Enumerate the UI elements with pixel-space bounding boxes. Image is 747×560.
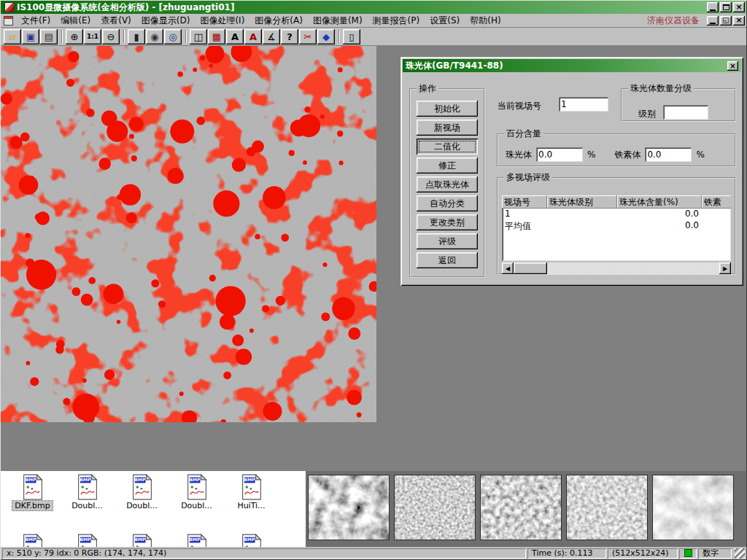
file-name[interactable]: Doubl... xyxy=(124,501,160,510)
bmp-tag: BMP xyxy=(244,537,255,542)
pearlite-percent-input[interactable] xyxy=(536,147,583,162)
scroll-right-icon[interactable]: ▶ xyxy=(719,262,731,274)
zoom-out-button[interactable]: ⊖ xyxy=(102,29,120,44)
file-item[interactable]: BMP xyxy=(169,534,224,547)
window-title: IS100显微摄像系统(金相分析版) - [zhuguangti01] xyxy=(17,1,705,14)
document-icon xyxy=(4,16,13,26)
file-item[interactable]: BMP xyxy=(5,534,60,547)
level-label: 级别 xyxy=(638,108,656,120)
thumbnail[interactable] xyxy=(480,475,562,540)
thumbnail[interactable] xyxy=(652,475,734,540)
grade-group: 珠光体数量分级 级别 xyxy=(621,82,736,122)
file-name[interactable]: Doubl... xyxy=(69,501,105,510)
cut-button[interactable]: ✂ xyxy=(299,29,317,44)
menu-image-analysis[interactable]: 图像分析(A) xyxy=(249,13,308,28)
cell-grade xyxy=(547,220,617,232)
correct-button[interactable]: 修正 xyxy=(417,158,478,174)
open-button[interactable]: ▱ xyxy=(4,29,21,44)
file-item[interactable]: BMP HuiTi... xyxy=(224,474,279,510)
file-item[interactable]: BMP xyxy=(224,534,279,547)
init-button[interactable]: 初始化 xyxy=(417,101,478,117)
level-input[interactable] xyxy=(663,105,708,120)
file-item[interactable]: BMP Doubl... xyxy=(115,474,169,510)
table-row[interactable]: 1 0.0 xyxy=(502,209,731,220)
dialog-title-bar[interactable]: 珠光体(GB/T9441-88) × xyxy=(403,59,741,72)
menu-view[interactable]: 查看(V) xyxy=(96,13,136,28)
change-class-button[interactable]: 更改类别 xyxy=(417,214,478,230)
scrollbar-track[interactable] xyxy=(547,262,719,274)
new-field-button[interactable]: 新视场 xyxy=(417,120,478,136)
metallographic-image[interactable] xyxy=(1,46,376,422)
maximize-button[interactable] xyxy=(720,2,732,12)
cell-field-no: 平均值 xyxy=(502,220,547,232)
file-item[interactable]: BMP Doubl... xyxy=(60,474,115,510)
menu-image-process[interactable]: 图像处理(I) xyxy=(195,13,249,28)
cell-grade xyxy=(547,209,617,220)
ferrite-label: 铁素体 xyxy=(614,149,640,161)
resize-grip[interactable] xyxy=(735,548,745,559)
return-button[interactable]: 返回 xyxy=(417,252,478,268)
thumbnail[interactable] xyxy=(566,475,648,540)
actual-size-button[interactable]: 1:1 xyxy=(84,29,101,44)
file-item[interactable]: BMP xyxy=(115,534,169,547)
menu-help[interactable]: 帮助(H) xyxy=(465,13,506,28)
grade-group-label: 珠光体数量分级 xyxy=(628,82,694,95)
multifield-group: 多视场评级 视场号 珠光体级别 珠光体含量(%) 铁素 1 0.0 xyxy=(497,171,736,275)
menu-image-measure[interactable]: 图像测量(M) xyxy=(308,13,368,28)
file-name[interactable]: Doubl... xyxy=(179,501,214,510)
multifield-group-label: 多视场评级 xyxy=(504,171,552,184)
scroll-left-icon[interactable]: ◀ xyxy=(502,262,514,274)
mdi-minimize-button[interactable] xyxy=(707,16,719,26)
table-row[interactable]: 平均值 0.0 xyxy=(502,220,731,232)
save-button[interactable]: ▣ xyxy=(22,29,39,44)
text-annotate-button[interactable]: A xyxy=(226,29,244,44)
thumbnail[interactable] xyxy=(308,475,390,540)
auto-classify-button[interactable]: 自动分类 xyxy=(417,195,478,211)
ferrite-percent-input[interactable] xyxy=(645,147,692,162)
video-button[interactable]: ▮ xyxy=(128,29,145,44)
table-horizontal-scrollbar[interactable]: ◀ ▶ xyxy=(502,262,731,274)
file-name[interactable]: HuiTi... xyxy=(235,501,267,510)
menu-edit[interactable]: 编辑(E) xyxy=(55,13,96,28)
file-item[interactable]: BMP xyxy=(60,534,115,547)
file-name[interactable]: DKF.bmp xyxy=(12,501,52,510)
angle-measure-button[interactable]: ∡ xyxy=(263,29,280,44)
caliper-button[interactable]: ◫ xyxy=(190,29,207,44)
minimize-icon xyxy=(710,9,716,11)
zoom-in-button[interactable]: ⊕ xyxy=(66,29,83,44)
binarize-button[interactable]: 二值化 xyxy=(417,139,478,155)
mdi-restore-button[interactable]: ◱ xyxy=(720,16,732,26)
grade-button[interactable]: 评级 xyxy=(417,233,478,249)
text-style-button[interactable]: A xyxy=(244,29,262,44)
capture-button[interactable]: ◎ xyxy=(164,29,182,44)
menu-image-display[interactable]: 图像显示(D) xyxy=(136,13,196,28)
caliper-icon: ◫ xyxy=(194,32,203,42)
pick-pearlite-button[interactable]: 点取珠光体 xyxy=(417,176,478,192)
help-button[interactable]: ? xyxy=(281,29,298,44)
grid-measure-button[interactable]: ▦ xyxy=(208,29,225,44)
multifield-table[interactable]: 视场号 珠光体级别 珠光体含量(%) 铁素 1 0.0 平均值 xyxy=(502,195,731,261)
minimize-button[interactable] xyxy=(707,2,719,12)
thumbnail[interactable] xyxy=(394,475,476,540)
time-status: Time (s): 0.113 xyxy=(527,548,606,559)
video-icon: ▮ xyxy=(133,32,139,42)
file-item[interactable]: BMP DKF.bmp xyxy=(5,474,60,510)
cell-content: 0.0 xyxy=(617,209,702,220)
menu-settings[interactable]: 设置(S) xyxy=(425,13,465,28)
menu-bar: 文件(F) 编辑(E) 查看(V) 图像显示(D) 图像处理(I) 图像分析(A… xyxy=(1,14,746,28)
menu-file[interactable]: 文件(F) xyxy=(16,13,55,28)
ruler-button[interactable]: ▯ xyxy=(343,29,360,44)
ferrite-unit: % xyxy=(696,149,704,160)
file-item[interactable]: BMP Doubl... xyxy=(169,474,224,510)
bmp-tag: BMP xyxy=(190,537,201,542)
scrollbar-thumb[interactable] xyxy=(514,262,547,274)
title-bar[interactable]: IS100显微摄像系统(金相分析版) - [zhuguangti01] × xyxy=(1,1,746,14)
print-button[interactable]: ▤ xyxy=(40,29,58,44)
camera-button[interactable]: ◉ xyxy=(146,29,163,44)
marker-button[interactable]: ◆ xyxy=(317,29,335,44)
dialog-close-button[interactable]: × xyxy=(727,61,738,71)
mdi-close-button[interactable]: × xyxy=(733,16,745,26)
menu-report[interactable]: 测量报告(P) xyxy=(368,13,425,28)
close-button[interactable]: × xyxy=(733,2,745,12)
current-field-input[interactable] xyxy=(559,97,608,112)
